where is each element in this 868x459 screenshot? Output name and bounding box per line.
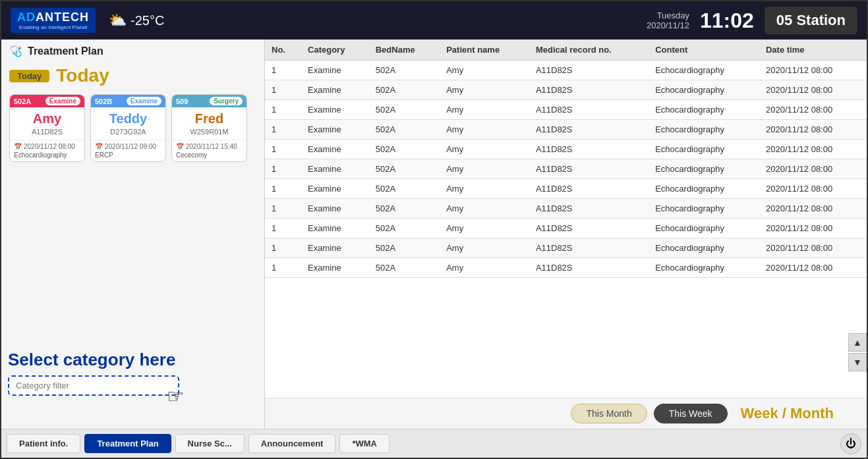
cell-0-1: Examine bbox=[301, 61, 369, 80]
cell-9-6: 2020/11/12 08:00 bbox=[759, 238, 867, 258]
logo-title: ADANTECH bbox=[17, 11, 89, 24]
cell-10-4: A11D82S bbox=[529, 258, 649, 278]
table-row[interactable]: 1Examine502AAmyA11D82SEchocardiography20… bbox=[265, 179, 867, 199]
today-tab-area: Today Today bbox=[1, 63, 264, 89]
content-amy: Echocardiography bbox=[14, 151, 80, 159]
type-badge-teddy: Examine bbox=[127, 97, 161, 105]
nav-wma[interactable]: *WMA bbox=[339, 434, 390, 453]
table-row[interactable]: 1Examine502AAmyA11D82SEchocardiography20… bbox=[265, 238, 867, 258]
cell-9-2: 502A bbox=[369, 238, 440, 258]
cell-5-0: 1 bbox=[265, 159, 301, 179]
cell-9-0: 1 bbox=[265, 238, 301, 258]
cell-3-1: Examine bbox=[301, 120, 369, 140]
col-no: No. bbox=[265, 40, 301, 61]
select-category-label: Select category here bbox=[8, 350, 179, 370]
bottom-nav: Patient info. Treatment Plan Nurse Sc...… bbox=[1, 429, 867, 458]
cell-1-5: Echocardiography bbox=[649, 80, 759, 100]
category-input[interactable] bbox=[16, 381, 171, 391]
temperature: -25°C bbox=[130, 13, 164, 28]
scroll-down-button[interactable]: ▼ bbox=[848, 353, 867, 371]
cell-3-4: A11D82S bbox=[529, 120, 649, 140]
scroll-buttons: ▲ ▼ bbox=[848, 333, 867, 371]
cell-7-5: Echocardiography bbox=[649, 199, 759, 219]
patient-card-amy[interactable]: 502A Examine Amy A11D82S 📅 2020/11/12 08… bbox=[9, 94, 85, 162]
cell-1-3: Amy bbox=[440, 80, 529, 100]
nav-announcement[interactable]: Announcement bbox=[248, 434, 336, 453]
cursor-hand-icon: ☞ bbox=[167, 385, 185, 408]
category-filter-box[interactable]: ☞ bbox=[8, 375, 179, 396]
card-date-amy: 📅 2020/11/12 08:00 bbox=[14, 143, 80, 150]
logo-subtitle: Enabling an Intelligent Planet bbox=[19, 24, 88, 30]
station-badge: 05 Station bbox=[765, 7, 857, 34]
cell-2-2: 502A bbox=[369, 100, 440, 120]
patient-id-amy: A11D82S bbox=[14, 128, 80, 136]
nav-treatment-plan[interactable]: Treatment Plan bbox=[84, 434, 171, 453]
cell-2-4: A11D82S bbox=[529, 100, 649, 120]
cell-7-1: Examine bbox=[301, 199, 369, 219]
treatment-table: No. Category BedName Patient name Medica… bbox=[265, 40, 867, 278]
patient-cards: 502A Examine Amy A11D82S 📅 2020/11/12 08… bbox=[1, 89, 264, 167]
table-row[interactable]: 1Examine502AAmyA11D82SEchocardiography20… bbox=[265, 140, 867, 159]
content-fred: Cececomy bbox=[176, 151, 243, 159]
today-tab[interactable]: Today bbox=[9, 70, 49, 82]
cell-6-5: Echocardiography bbox=[649, 179, 759, 199]
table-row[interactable]: 1Examine502AAmyA11D82SEchocardiography20… bbox=[265, 258, 867, 278]
nav-patient-info[interactable]: Patient info. bbox=[7, 434, 80, 453]
table-row[interactable]: 1Examine502AAmyA11D82SEchocardiography20… bbox=[265, 159, 867, 179]
date-line2: 2020/11/12 bbox=[647, 20, 689, 30]
cell-9-3: Amy bbox=[440, 238, 529, 258]
cell-7-6: 2020/11/12 08:00 bbox=[759, 199, 867, 219]
table-row[interactable]: 1Examine502AAmyA11D82SEchocardiography20… bbox=[265, 120, 867, 140]
patient-id-teddy: D273G92A bbox=[95, 128, 161, 136]
cell-10-3: Amy bbox=[440, 258, 529, 278]
card-body-amy: Amy A11D82S bbox=[10, 107, 84, 140]
cell-10-5: Echocardiography bbox=[649, 258, 759, 278]
cell-4-0: 1 bbox=[265, 140, 301, 159]
cell-4-4: A11D82S bbox=[529, 140, 649, 159]
cell-1-1: Examine bbox=[301, 80, 369, 100]
cell-3-5: Echocardiography bbox=[649, 120, 759, 140]
cell-9-4: A11D82S bbox=[529, 238, 649, 258]
calendar-icon-amy: 📅 bbox=[14, 143, 22, 150]
cell-6-0: 1 bbox=[265, 179, 301, 199]
power-icon: ⏻ bbox=[846, 438, 856, 450]
table-row[interactable]: 1Examine502AAmyA11D82SEchocardiography20… bbox=[265, 80, 867, 100]
col-category: Category bbox=[301, 40, 369, 61]
patient-card-fred[interactable]: 509 Surgery Fred W259R01M 📅 2020/11/12 1… bbox=[171, 94, 247, 162]
cell-0-2: 502A bbox=[369, 61, 440, 80]
bed-label-amy: 502A bbox=[14, 97, 31, 105]
cell-5-2: 502A bbox=[369, 159, 440, 179]
content-teddy: ERCP bbox=[95, 151, 161, 159]
scroll-up-button[interactable]: ▲ bbox=[848, 333, 867, 352]
power-button[interactable]: ⏻ bbox=[840, 433, 861, 454]
table-row[interactable]: 1Examine502AAmyA11D82SEchocardiography20… bbox=[265, 219, 867, 238]
date-text-fred: 2020/11/12 15:40 bbox=[186, 143, 237, 150]
table-row[interactable]: 1Examine502AAmyA11D82SEchocardiography20… bbox=[265, 199, 867, 219]
cell-6-1: Examine bbox=[301, 179, 369, 199]
cell-8-0: 1 bbox=[265, 219, 301, 238]
table-row[interactable]: 1Examine502AAmyA11D82SEchocardiography20… bbox=[265, 100, 867, 120]
cell-6-2: 502A bbox=[369, 179, 440, 199]
week-month-area: This Month This Week Week / Month bbox=[265, 398, 867, 429]
patient-id-fred: W259R01M bbox=[176, 128, 243, 136]
cell-2-1: Examine bbox=[301, 100, 369, 120]
cell-5-5: Echocardiography bbox=[649, 159, 759, 179]
cell-8-1: Examine bbox=[301, 219, 369, 238]
cell-5-3: Amy bbox=[440, 159, 529, 179]
datetime-area: Tuesday 2020/11/12 bbox=[647, 11, 689, 30]
cell-2-5: Echocardiography bbox=[649, 100, 759, 120]
cell-0-4: A11D82S bbox=[529, 61, 649, 80]
cell-5-1: Examine bbox=[301, 159, 369, 179]
panel-title: Treatment Plan bbox=[28, 45, 103, 57]
bed-label-fred: 509 bbox=[176, 97, 188, 105]
nav-nurse-sc[interactable]: Nurse Sc... bbox=[175, 434, 245, 453]
card-body-teddy: Teddy D273G92A bbox=[91, 107, 165, 140]
cell-5-4: A11D82S bbox=[529, 159, 649, 179]
patient-card-teddy[interactable]: 502B Examine Teddy D273G92A 📅 2020/11/12… bbox=[90, 94, 166, 162]
cell-1-6: 2020/11/12 08:00 bbox=[759, 80, 867, 100]
card-header-amy: 502A Examine bbox=[10, 95, 84, 107]
this-month-button[interactable]: This Month bbox=[571, 404, 647, 423]
calendar-icon-teddy: 📅 bbox=[95, 143, 103, 150]
table-row[interactable]: 1Examine502AAmyA11D82SEchocardiography20… bbox=[265, 61, 867, 80]
this-week-button[interactable]: This Week bbox=[654, 404, 728, 423]
